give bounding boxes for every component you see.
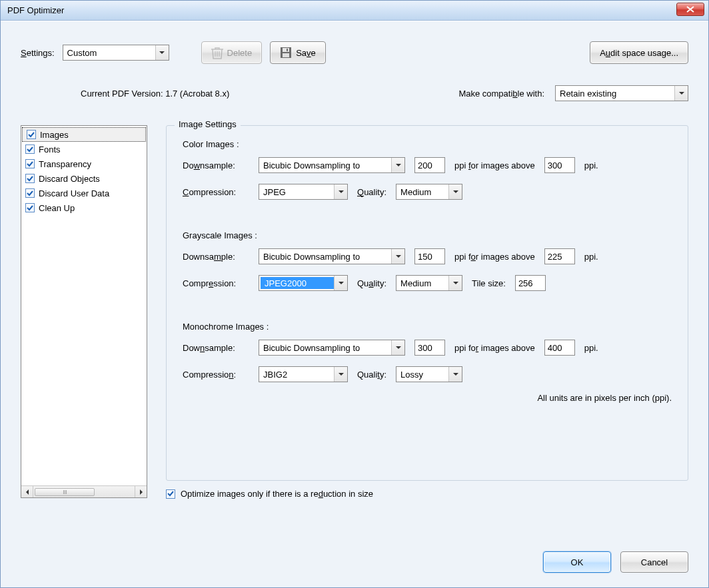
checkbox[interactable] [25, 188, 35, 198]
mono-downsample-label: Downsample: [183, 343, 249, 353]
compat-label: Make compatible with: [458, 89, 544, 99]
color-quality-dropdown[interactable]: Medium [396, 184, 462, 200]
checkbox[interactable] [27, 130, 36, 139]
optimize-only-label: Optimize images only if there is a reduc… [181, 489, 373, 499]
mono-for-images-label: ppi for images above [454, 343, 535, 353]
color-quality-label: Quality: [357, 187, 386, 197]
gray-ppi-input[interactable] [414, 248, 445, 264]
sidebar-item-images[interactable]: Images [22, 127, 146, 142]
sidebar-scrollbar[interactable] [21, 485, 147, 497]
dropdown-value: JBIG2 [259, 370, 334, 380]
settings-dropdown[interactable]: Custom [63, 45, 169, 61]
color-ppi-input[interactable] [414, 157, 445, 173]
dropdown-value: Medium [396, 278, 448, 288]
mono-downsample-dropdown[interactable]: Bicubic Downsampling to [259, 340, 405, 356]
ppi-suffix: ppi. [584, 160, 598, 170]
color-above-input[interactable] [544, 157, 575, 173]
main-body: Images Fonts Transparency Discard Object… [21, 125, 688, 499]
chevron-down-icon [448, 184, 462, 199]
settings-value: Custom [63, 48, 155, 58]
dropdown-value: JPEG [259, 187, 334, 197]
svg-rect-3 [287, 49, 288, 51]
audit-button[interactable]: Audit space usage... [590, 41, 688, 64]
svg-rect-2 [283, 53, 289, 57]
optimize-only-row: Optimize images only if there is a reduc… [166, 489, 688, 499]
info-row: Current PDF Version: 1.7 (Acrobat 8.x) M… [21, 85, 688, 101]
mono-quality-dropdown[interactable]: Lossy [396, 366, 462, 382]
mono-ppi-input[interactable] [414, 340, 445, 356]
sidebar-item-label: Clean Up [39, 203, 75, 213]
scroll-right-button[interactable] [135, 486, 147, 497]
cancel-label: Cancel [641, 557, 668, 567]
save-button[interactable]: Save [270, 41, 326, 64]
trash-icon [211, 46, 223, 59]
dialog-footer: OK Cancel [543, 551, 688, 573]
category-sidebar: Images Fonts Transparency Discard Object… [21, 125, 147, 498]
checkbox[interactable] [25, 159, 35, 168]
compat-dropdown[interactable]: Retain existing [555, 85, 688, 101]
dropdown-value: Bicubic Downsampling to [259, 343, 391, 353]
mono-heading: Monochrome Images : [183, 322, 672, 332]
mono-compression-dropdown[interactable]: JBIG2 [259, 366, 348, 382]
compat-value: Retain existing [556, 89, 674, 99]
checkbox[interactable] [25, 174, 35, 183]
scroll-left-button[interactable] [21, 486, 33, 497]
sidebar-item-label: Images [40, 130, 69, 140]
dropdown-value: Medium [396, 187, 448, 197]
sidebar-item-clean-up[interactable]: Clean Up [21, 200, 147, 215]
delete-label: Delete [227, 48, 253, 58]
gray-downsample-label: Downsample: [183, 252, 249, 262]
window-title: PDF Optimizer [7, 5, 64, 15]
color-downsample-label: Downsample: [183, 160, 249, 170]
mono-quality-label: Quality: [357, 370, 386, 380]
gray-tilesize-input[interactable] [515, 275, 546, 291]
client-area: Settings: Custom Delete [1, 21, 708, 587]
dropdown-value: JPEG2000 [261, 277, 334, 289]
dropdown-value: Bicubic Downsampling to [259, 160, 391, 170]
close-icon [686, 6, 694, 13]
sidebar-item-label: Discard User Data [39, 188, 109, 198]
color-compression-label: Compression: [183, 187, 249, 197]
delete-button[interactable]: Delete [201, 41, 263, 64]
scroll-thumb[interactable] [35, 488, 95, 496]
gray-heading: Grayscale Images : [183, 230, 672, 240]
color-downsample-dropdown[interactable]: Bicubic Downsampling to [259, 157, 405, 173]
chevron-down-icon [448, 367, 462, 382]
ok-label: OK [571, 557, 584, 567]
sidebar-item-transparency[interactable]: Transparency [21, 156, 147, 171]
gray-downsample-dropdown[interactable]: Bicubic Downsampling to [259, 248, 405, 264]
ok-button[interactable]: OK [543, 551, 611, 573]
titlebar[interactable]: PDF Optimizer [1, 1, 708, 21]
dialog-window: PDF Optimizer Settings: Custom Delete [0, 0, 709, 588]
chevron-down-icon [391, 340, 404, 355]
checkbox[interactable] [25, 203, 35, 212]
gray-quality-label: Quality: [357, 278, 386, 288]
sidebar-item-discard-objects[interactable]: Discard Objects [21, 171, 147, 186]
top-row: Settings: Custom Delete [21, 41, 688, 64]
mono-above-input[interactable] [544, 340, 575, 356]
optimize-only-checkbox[interactable] [166, 489, 175, 499]
gray-quality-dropdown[interactable]: Medium [396, 275, 462, 291]
settings-panel: Color Images : Downsample: Bicubic Downs… [166, 125, 688, 499]
gray-compression-dropdown[interactable]: JPEG2000 [259, 275, 348, 291]
save-label: Save [296, 48, 316, 58]
sidebar-item-label: Discard Objects [39, 174, 100, 184]
chevron-down-icon [155, 45, 169, 60]
checkbox[interactable] [25, 145, 35, 154]
color-heading: Color Images : [183, 139, 672, 149]
sidebar-item-fonts[interactable]: Fonts [21, 142, 147, 156]
color-compression-dropdown[interactable]: JPEG [259, 184, 348, 200]
sidebar-item-discard-user-data[interactable]: Discard User Data [21, 186, 147, 200]
chevron-down-icon [334, 184, 347, 199]
chevron-down-icon [334, 367, 347, 382]
mono-compression-label: Compression: [183, 370, 249, 380]
audit-label: Audit space usage... [600, 48, 678, 58]
sidebar-item-label: Fonts [39, 145, 61, 154]
gray-above-input[interactable] [544, 248, 575, 264]
dropdown-value: Lossy [396, 370, 448, 380]
cancel-button[interactable]: Cancel [620, 551, 688, 573]
close-button[interactable] [676, 3, 704, 16]
chevron-down-icon [391, 158, 404, 172]
svg-rect-1 [283, 48, 289, 52]
image-settings-group: Color Images : Downsample: Bicubic Downs… [166, 125, 688, 481]
